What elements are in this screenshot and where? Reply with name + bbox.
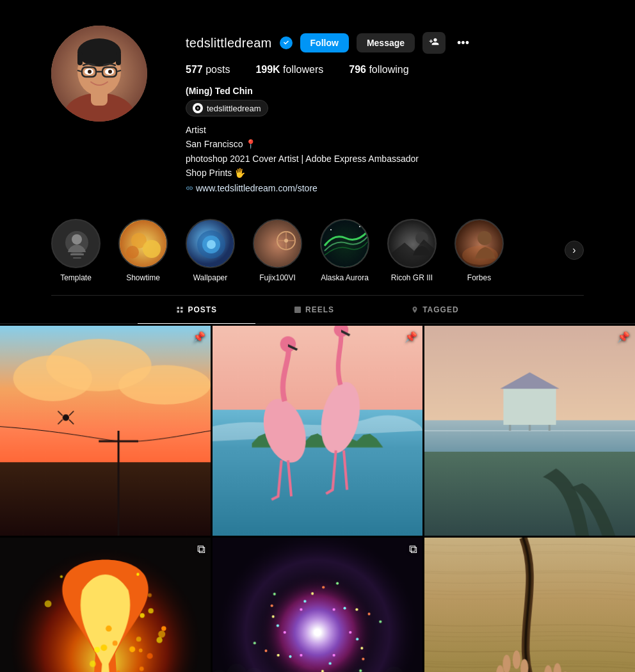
highlight-circle-alaska [320,219,369,268]
svg-point-42 [478,231,492,245]
more-options-button[interactable]: ••• [453,34,473,52]
svg-point-34 [321,220,369,268]
highlights-next-button[interactable]: › [565,241,584,260]
svg-rect-46 [177,310,180,313]
highlight-alaska[interactable]: Alaska Aurora [320,219,369,282]
highlight-forbes[interactable]: Forbes [454,219,504,282]
highlight-label-forbes: Forbes [467,273,491,282]
tab-tagged[interactable]: TAGGED [373,296,497,324]
threads-badge[interactable]: tedslittledream [186,100,268,116]
post-item-5[interactable]: ⧉ [213,538,423,672]
svg-rect-45 [181,307,183,309]
message-button[interactable]: Message [357,33,415,52]
svg-point-28 [207,240,216,249]
bio-line-1: Artist [186,123,584,137]
highlight-template[interactable]: Template [51,219,100,282]
tab-reels-label: REELS [305,305,334,314]
svg-rect-44 [177,307,180,309]
pin-icon-1: 📌 [193,331,205,343]
highlight-label-showtime: Showtime [126,273,160,282]
svg-point-15 [108,70,112,74]
highlight-ricoh[interactable]: Ricoh GR III [387,219,437,282]
svg-point-4 [77,38,121,67]
highlight-wallpaper[interactable]: Wallpaper [186,219,235,282]
website-link[interactable]: www.tedslittledream.com/store [186,183,584,193]
pin-icon-2: 📌 [405,331,417,343]
svg-point-23 [143,240,161,258]
svg-point-38 [326,259,327,260]
bio: Artist San Francisco 📍 photoshop 2021 Co… [186,123,584,180]
svg-point-33 [284,239,288,243]
highlight-label-wallpaper: Wallpaper [193,273,228,282]
tab-posts-label: POSTS [188,305,217,314]
highlight-label-fujix: Fujix100VI [259,273,296,282]
highlight-showtime[interactable]: Showtime [118,219,168,282]
pin-icon-3: 📌 [617,331,630,343]
display-name: (Ming) Ted Chin [186,86,584,96]
svg-rect-19 [73,257,81,259]
post-item-3[interactable]: 📌 [424,326,635,536]
highlight-circle-wallpaper [186,219,235,268]
bio-line-4: Shop Prints 🖐 [186,166,584,180]
svg-rect-5 [77,52,83,65]
username-row: tedslittledream Follow Message ••• [186,32,584,54]
highlight-label-template: Template [60,273,92,282]
post-item-4[interactable]: ⧉ [0,538,211,672]
svg-point-36 [359,226,360,227]
multi-icon-4: ⧉ [197,543,205,556]
avatar [51,26,147,122]
profile-info: tedslittledream Follow Message ••• 577 p… [186,26,584,193]
follow-button[interactable]: Follow [300,33,349,52]
highlight-circle-fujix [253,219,302,268]
verified-badge [280,36,293,49]
svg-point-43 [462,246,498,265]
svg-point-13 [88,70,92,74]
stats-row: 577 posts 199K followers 796 following [186,64,584,76]
svg-point-35 [330,229,332,230]
highlight-circle-ricoh [387,219,437,268]
username-text: tedslittledream [186,36,272,51]
tab-tagged-label: TAGGED [422,305,458,314]
highlight-label-alaska: Alaska Aurora [321,273,369,282]
post-item-1[interactable]: 📌 [0,326,211,536]
website-text: www.tedslittledream.com/store [196,183,318,193]
profile-section: tedslittledream Follow Message ••• 577 p… [0,0,635,206]
svg-point-37 [366,258,367,259]
highlight-label-ricoh: Ricoh GR III [391,273,433,282]
highlight-circle-showtime [118,219,168,268]
add-person-button[interactable] [422,32,446,54]
svg-point-24 [126,246,139,259]
highlight-fujix[interactable]: Fujix100VI [253,219,302,282]
highlight-circle-template [51,219,100,268]
highlights-section: Template Showtime Wallpaper [0,206,635,295]
multi-icon-5: ⧉ [409,543,417,556]
tab-posts[interactable]: POSTS [138,296,255,324]
svg-point-20 [72,234,82,244]
following-stat[interactable]: 796 following [349,64,408,76]
post-item-2[interactable]: 📌 [213,326,423,536]
bio-line-2: San Francisco 📍 [186,137,584,151]
bio-line-3: photoshop 2021 Cover Artist | Adobe Expr… [186,152,584,166]
threads-icon [193,103,203,113]
tab-reels[interactable]: REELS [255,296,373,324]
threads-handle: tedslittledream [207,104,261,113]
posts-stat[interactable]: 577 posts [186,64,230,76]
svg-rect-18 [70,253,84,255]
tabs-row: POSTS REELS TAGGED [0,296,635,324]
svg-rect-6 [116,52,121,65]
highlight-circle-forbes [454,219,504,268]
svg-rect-47 [181,310,183,313]
followers-stat[interactable]: 199K followers [255,64,323,76]
post-item-6[interactable] [424,538,635,672]
posts-grid: 📌 📌 📌 ⧉ ⧉ [0,326,635,672]
